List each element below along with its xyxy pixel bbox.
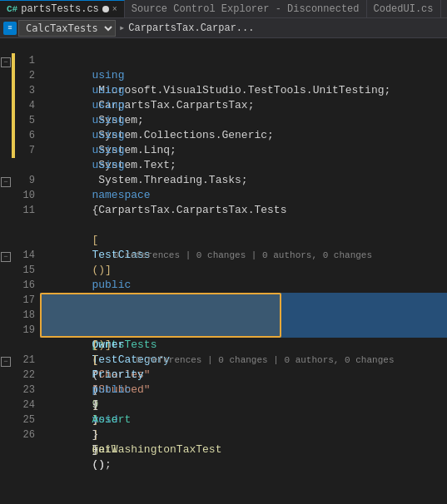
gutter-cell-19 (0, 323, 12, 338)
tab-label-codedui: CodedUI.cs (374, 3, 434, 15)
gutter-cell-10 (0, 188, 12, 203)
gutter-cell-7 (0, 143, 12, 158)
editor-columns: − − − (0, 38, 447, 504)
linenum-15: 15 (15, 263, 35, 278)
gutter-cell-22 (0, 368, 12, 383)
gutter-cell-5 (0, 113, 12, 128)
linenum-0 (15, 38, 35, 53)
code-line-11: [ TestClass ()] (40, 203, 447, 218)
breadcrumb-separator: ▸ (117, 22, 127, 34)
code-parens-23: (); (92, 458, 111, 471)
linenum-4: 4 (15, 98, 35, 113)
linenum-24: 24 (15, 398, 35, 413)
collapse-method[interactable]: − (1, 357, 11, 367)
tab-sourcecontrol[interactable]: Source Control Explorer - Disconnected (125, 0, 367, 17)
code-line-2: using CarpartsTax.CarpartsTax; (40, 68, 447, 83)
col-linenums: 1 2 3 4 5 6 7 9 10 11 14 15 16 17 18 19 … (15, 38, 40, 504)
linenum-21: 21 (15, 353, 35, 368)
gutter-cell-9[interactable]: − (0, 173, 12, 188)
code-line-24: } (40, 398, 447, 413)
linenum-14: 14 (15, 248, 35, 263)
tab-startup[interactable]: Startup.cs (441, 0, 447, 17)
tab-label-sourcecontrol: Source Control Explorer - Disconnected (132, 3, 360, 15)
tab-codedui[interactable]: CodedUI.cs (367, 0, 441, 17)
code-line-1: using Microsoft.VisualStudio.TestTools.U… (40, 53, 447, 68)
gutter-cell-1[interactable]: − (0, 53, 12, 68)
linenum-19: 19 (15, 323, 35, 338)
code-line-5: using System.Linq; (40, 113, 447, 128)
gutter-cell-8 (0, 158, 12, 173)
code-line-14: public class partsTests (40, 248, 447, 263)
col-gutter: − − − (0, 38, 12, 504)
code-line-17: [ Owner ( "Charles" ) ] (40, 293, 447, 308)
linenum-25: 25 (15, 413, 35, 427)
breadcrumb-right: CarpartsTax.Carpar... (128, 22, 254, 34)
code-line-23: Assert . Fail (); (40, 383, 447, 398)
linenum-23: 23 (15, 383, 35, 398)
gutter-cell-13 (0, 233, 12, 248)
linenum-18: 18 (15, 308, 35, 323)
code-line-18: [ TestCategory ( "Stubbed" ) ] (40, 308, 447, 323)
linenum-16: 16 (15, 278, 35, 293)
code-line-16: [ TestMethod ()] (40, 278, 447, 293)
code-line-7: using System.Threading.Tasks; (40, 143, 447, 158)
code-line-25: } (40, 413, 447, 427)
code-line-20: 0 references | 0 changes | 0 authors, 0 … (40, 338, 447, 353)
gutter-cell-0 (0, 38, 12, 53)
gutter-cell-16 (0, 278, 12, 293)
gutter-cell-14[interactable]: − (0, 248, 12, 263)
code-line-10: { (40, 188, 447, 203)
linenum-5: 5 (15, 113, 35, 128)
linenum-13 (15, 233, 35, 248)
code-line-4: using System.Collections.Generic; (40, 98, 447, 113)
tabs-bar: C# partsTests.cs × Source Control Explor… (0, 0, 447, 18)
linenum-2: 2 (15, 68, 35, 83)
gutter-cell-17 (0, 293, 12, 308)
linenum-8 (15, 158, 35, 173)
tab-modified-dot (102, 6, 109, 12)
gutter-cell-25 (0, 413, 12, 427)
linenum-10: 10 (15, 188, 35, 203)
tab-close-partstests[interactable]: × (112, 5, 117, 14)
linenum-22: 22 (15, 368, 35, 383)
code-line-19: [ Priority ( 9 ) ] (40, 323, 447, 338)
linenum-12 (15, 218, 35, 233)
gutter-cell-26 (0, 427, 12, 442)
breadcrumb-bar: ≡ CalcTaxTests ▸ CarpartsTax.Carpar... (0, 18, 447, 38)
gutter-cell-6 (0, 128, 12, 143)
gutter-cell-24 (0, 398, 12, 413)
gutter-cell-4 (0, 98, 12, 113)
code-line-26: } (40, 427, 447, 442)
linenum-20 (15, 338, 35, 353)
code-line-22: { (40, 368, 447, 383)
collapse-using[interactable]: − (1, 57, 11, 67)
gutter-cell-20 (0, 338, 12, 353)
col-code: using Microsoft.VisualStudio.TestTools.U… (40, 38, 447, 504)
gutter-cell-21[interactable]: − (0, 353, 12, 368)
gutter-cell-23 (0, 383, 12, 398)
breadcrumb-dropdown[interactable]: CalcTaxTests (18, 20, 116, 37)
gutter-cell-12 (0, 218, 12, 233)
linenum-6: 6 (15, 128, 35, 143)
code-line-9: namespace CarpartsTax.CarpartsTax.Tests (40, 173, 447, 188)
gutter-cell-11 (0, 203, 12, 218)
code-line-13: 0 references | 0 changes | 0 authors, 0 … (40, 233, 447, 248)
code-line-15: { (40, 263, 447, 278)
breadcrumb-icon: ≡ (3, 22, 17, 35)
linenum-26: 26 (15, 427, 35, 442)
code-line-0 (40, 38, 447, 53)
code-line-6: using System.Text; (40, 128, 447, 143)
gutter-cell-15 (0, 263, 12, 278)
collapse-class[interactable]: − (1, 252, 11, 262)
gutter-cell-18 (0, 308, 12, 323)
linenum-17: 17 (15, 293, 35, 308)
linenum-7: 7 (15, 143, 35, 158)
gutter-cell-3 (0, 83, 12, 98)
tab-icon-cs: C# (7, 4, 17, 14)
code-brace-close-ns: } (92, 443, 98, 456)
editor-area: − − − (0, 38, 447, 504)
collapse-namespace[interactable]: − (1, 177, 11, 187)
code-line-8 (40, 158, 447, 173)
linenum-1: 1 (15, 53, 35, 68)
tab-partstests[interactable]: C# partsTests.cs × (0, 0, 125, 17)
